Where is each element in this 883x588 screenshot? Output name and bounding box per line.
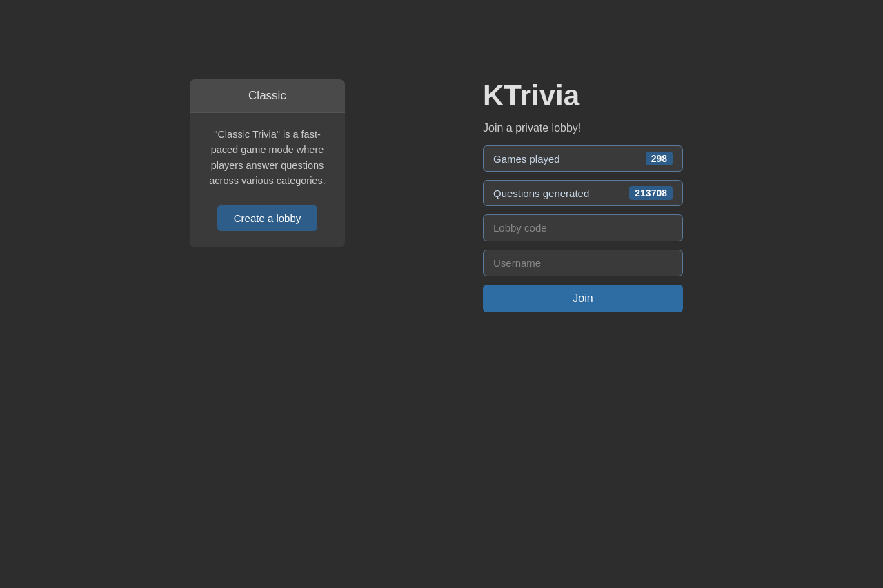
lobby-code-input[interactable] xyxy=(483,214,683,241)
app-title: KTrivia xyxy=(483,79,579,112)
card-description: "Classic Trivia" is a fast-paced game mo… xyxy=(190,113,345,203)
card-header: Classic xyxy=(190,79,345,113)
join-subtitle: Join a private lobby! xyxy=(483,122,581,134)
games-played-value: 298 xyxy=(646,152,673,165)
username-input[interactable] xyxy=(483,250,683,276)
create-lobby-button[interactable]: Create a lobby xyxy=(217,205,318,231)
games-played-label: Games played xyxy=(493,153,560,165)
card-description-text: "Classic Trivia" is a fast-paced game mo… xyxy=(204,127,331,189)
card-title: Classic xyxy=(248,89,286,102)
join-button[interactable]: Join xyxy=(483,285,683,312)
right-panel: KTrivia Join a private lobby! Games play… xyxy=(483,79,683,312)
main-container: Classic "Classic Trivia" is a fast-paced… xyxy=(0,0,883,312)
questions-generated-label: Questions generated xyxy=(493,187,589,199)
games-played-badge: Games played 298 xyxy=(483,145,683,172)
classic-card: Classic "Classic Trivia" is a fast-paced… xyxy=(190,79,345,247)
questions-generated-badge: Questions generated 213708 xyxy=(483,180,683,206)
questions-generated-value: 213708 xyxy=(629,186,673,200)
